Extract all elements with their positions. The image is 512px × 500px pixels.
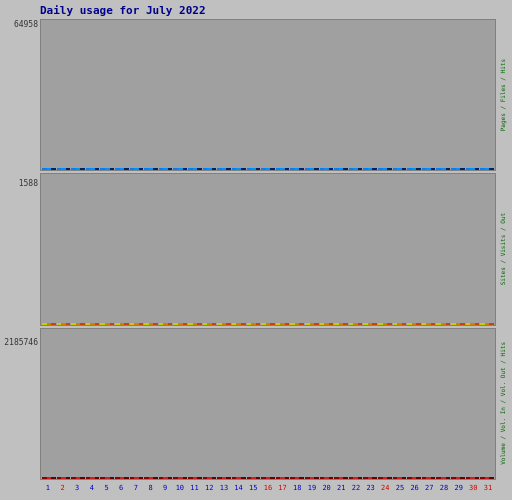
vol-out-bar: [460, 477, 465, 479]
hits-bar: [51, 168, 56, 170]
vol-out-bar: [431, 477, 436, 479]
out-bar: [256, 323, 261, 325]
chart3-bar-group: [407, 477, 421, 479]
chart-visits: [40, 173, 496, 325]
vol-out-bar: [343, 477, 348, 479]
vol-out-bar: [299, 477, 304, 479]
x-axis-label: 27: [422, 485, 436, 492]
chart-hits: [40, 19, 496, 171]
hits-bar: [212, 168, 217, 170]
chart3-bar-group: [349, 477, 363, 479]
vol-out-bar: [168, 477, 173, 479]
vol-out-bar: [402, 477, 407, 479]
x-axis-label: 15: [246, 485, 260, 492]
chart2-bar-group: [261, 323, 275, 325]
x-axis-label: 29: [452, 485, 466, 492]
x-axis-label: 12: [202, 485, 216, 492]
out-bar: [446, 323, 451, 325]
chart1-bar-group: [144, 168, 158, 170]
chart3-bar-group: [334, 477, 348, 479]
hits-bar: [241, 168, 246, 170]
chart1-bar-group: [422, 168, 436, 170]
out-bar: [226, 323, 231, 325]
chart3-bar-group: [320, 477, 334, 479]
chart3-bar-group: [232, 477, 246, 479]
out-bar: [329, 323, 334, 325]
chart1-bar-group: [334, 168, 348, 170]
chart3-bars-container: [41, 329, 495, 479]
chart3-bar-group: [100, 477, 114, 479]
chart1-bar-group: [173, 168, 187, 170]
chart1-bar-group: [407, 168, 421, 170]
chart1-bar-group: [130, 168, 144, 170]
out-bar: [168, 323, 173, 325]
vol-out-bar: [416, 477, 421, 479]
chart3-bar-group: [436, 477, 450, 479]
vol-out-bar: [124, 477, 129, 479]
chart2-bar-group: [334, 323, 348, 325]
chart1-bar-group: [290, 168, 304, 170]
out-bar: [51, 323, 56, 325]
out-bar: [387, 323, 392, 325]
chart-volume: [40, 328, 496, 480]
hits-bar: [124, 168, 129, 170]
chart3-bar-group: [451, 477, 465, 479]
chart3-bar-group: [159, 477, 173, 479]
x-axis-label: 20: [320, 485, 334, 492]
vol-out-bar: [387, 477, 392, 479]
x-axis-label: 22: [349, 485, 363, 492]
chart1-bar-group: [159, 168, 173, 170]
hits-bar: [329, 168, 334, 170]
x-axis-label: 8: [144, 485, 158, 492]
vol-out-bar: [372, 477, 377, 479]
hits-bar: [416, 168, 421, 170]
x-axis-label: 9: [158, 485, 172, 492]
x-axis-label: 24: [378, 485, 392, 492]
chart1-bar-group: [261, 168, 275, 170]
chart2-bar-group: [276, 323, 290, 325]
x-axis-label: 18: [290, 485, 304, 492]
chart2-bar-group: [349, 323, 363, 325]
chart2-bar-group: [57, 323, 71, 325]
x-axis-label: 10: [173, 485, 187, 492]
vol-out-bar: [489, 477, 494, 479]
vol-out-bar: [446, 477, 451, 479]
chart1-bar-group: [232, 168, 246, 170]
out-bar: [314, 323, 319, 325]
hits-bar: [270, 168, 275, 170]
hits-bar: [343, 168, 348, 170]
chart3-bar-group: [42, 477, 56, 479]
chart3-bar-group: [378, 477, 392, 479]
x-axis-label: 3: [70, 485, 84, 492]
hits-bar: [475, 168, 480, 170]
vol-out-bar: [80, 477, 85, 479]
out-bar: [431, 323, 436, 325]
vol-out-bar: [95, 477, 100, 479]
out-bar: [95, 323, 100, 325]
x-axis-label: 7: [129, 485, 143, 492]
chart1-bar-group: [203, 168, 217, 170]
hits-bar: [314, 168, 319, 170]
chart3-bar-group: [203, 477, 217, 479]
chart2-bar-group: [115, 323, 129, 325]
x-axis-label: 5: [100, 485, 114, 492]
hits-bar: [299, 168, 304, 170]
x-axis-label: 23: [364, 485, 378, 492]
vol-out-bar: [358, 477, 363, 479]
hits-bar: [285, 168, 290, 170]
x-axis-label: 11: [188, 485, 202, 492]
chart2-bar-group: [42, 323, 56, 325]
chart1-bar-group: [86, 168, 100, 170]
out-bar: [153, 323, 158, 325]
x-axis-label: 31: [481, 485, 495, 492]
chart3-bar-group: [71, 477, 85, 479]
right-label-chart3: Volume / Vol. In / Vol. Out / Hits: [499, 342, 506, 465]
chart1-bar-group: [42, 168, 56, 170]
out-bar: [402, 323, 407, 325]
vol-out-bar: [66, 477, 71, 479]
chart3-bar-group: [86, 477, 100, 479]
hits-bar: [168, 168, 173, 170]
chart1-bar-group: [57, 168, 71, 170]
chart2-bar-group: [305, 323, 319, 325]
chart-title: Daily usage for July 2022: [4, 4, 508, 17]
